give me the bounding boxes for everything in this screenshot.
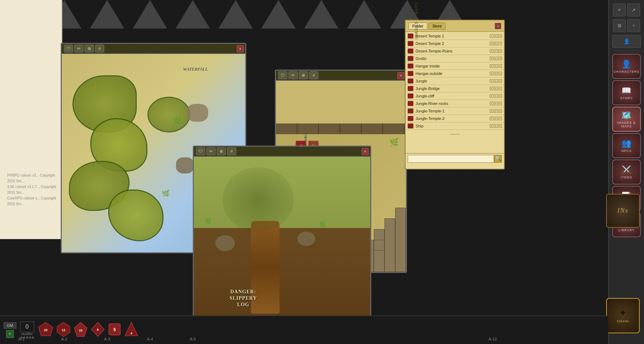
sidebar-btn-images-maps[interactable]: 🗺️ Images & Maps bbox=[612, 107, 641, 132]
map1-blob-5 bbox=[147, 97, 190, 132]
grid-label-a1: A-1 bbox=[0, 337, 43, 341]
item-icon bbox=[408, 86, 413, 91]
item-icon bbox=[408, 108, 413, 113]
map3-header: 🛡 ✏ ⊕ # × bbox=[194, 147, 370, 157]
images-search-input[interactable] bbox=[408, 155, 494, 163]
list-item[interactable]: Jungle-cliff EEE bbox=[406, 92, 504, 100]
item-icon bbox=[408, 64, 413, 69]
item-icon bbox=[408, 79, 413, 84]
grid-label-a5: A-5 bbox=[171, 337, 214, 341]
grid-label-a3: A-3 bbox=[86, 337, 129, 341]
item-badges: EEE bbox=[490, 117, 502, 120]
item-badges: E E E bbox=[490, 34, 502, 38]
sidebar-btn-items[interactable]: ⚔️ Items bbox=[612, 160, 641, 184]
die-d6[interactable]: 5 bbox=[108, 322, 121, 339]
map1-tool-pencil[interactable]: ✏ bbox=[74, 45, 84, 52]
list-item[interactable]: Grotto EEE bbox=[406, 55, 504, 62]
item-badges: EEE bbox=[490, 72, 502, 75]
map2-close-button[interactable]: × bbox=[397, 72, 404, 79]
map3-tool-shield[interactable]: 🛡 bbox=[196, 147, 205, 155]
list-item[interactable]: Desert Temple 2 EEE bbox=[406, 40, 504, 47]
grid-label-empty-6 bbox=[428, 337, 471, 341]
images-panel-vertical-label: Images & Maps bbox=[414, 1, 418, 39]
die-d4[interactable]: 4 bbox=[124, 322, 139, 339]
images-tab-store[interactable]: Store bbox=[428, 22, 446, 30]
map3-rock-2 bbox=[297, 232, 315, 246]
ins-label: INs bbox=[617, 207, 628, 214]
sidebar-btn-characters[interactable]: 👤 Characters bbox=[612, 54, 641, 79]
die-d10[interactable]: 10 bbox=[74, 322, 88, 339]
item-badges: EEE bbox=[490, 94, 502, 98]
sidebar-btn-story[interactable]: 📖 Story bbox=[612, 80, 641, 105]
item-icon bbox=[408, 56, 413, 61]
ins-panel[interactable]: INs bbox=[606, 194, 640, 228]
die-d8[interactable]: 8 bbox=[91, 322, 105, 339]
map1-tool-layers[interactable]: ⊕ bbox=[85, 45, 94, 52]
list-item[interactable]: Jungle-Bridge EEE bbox=[406, 85, 504, 92]
scroll-decoration: ~~~ bbox=[406, 130, 504, 139]
toolbar-user-icon[interactable]: 👤 bbox=[612, 35, 641, 48]
sidebar-top-toolbar-2: ⚙ + bbox=[613, 19, 640, 32]
map1-tool-grid[interactable]: # bbox=[95, 45, 104, 52]
grid-label-a12: A-12 bbox=[471, 337, 514, 341]
sidebar-btn-npcs[interactable]: 👥 NPCs bbox=[612, 133, 641, 158]
map2-tool-shield[interactable]: 🛡 bbox=[278, 71, 287, 79]
left-panel: PFRPG ruleset v3... Copyright 2015 Sm...… bbox=[0, 0, 62, 239]
map3-content: 🌿 🌿 DANGER:SLIPPERYLOG ⚜ bbox=[194, 157, 370, 337]
map3-tool-grid[interactable]: # bbox=[227, 147, 236, 155]
map3-tool-pencil[interactable]: ✏ bbox=[206, 147, 216, 155]
item-icon bbox=[408, 71, 413, 76]
map2-tool-layers[interactable]: ⊕ bbox=[299, 71, 308, 79]
map1-rocks-2 bbox=[176, 157, 194, 173]
map2-wall bbox=[276, 123, 406, 134]
item-badges: EEE bbox=[490, 57, 502, 60]
map2-tool-grid[interactable]: # bbox=[309, 71, 318, 79]
item-badges: EEE bbox=[490, 64, 502, 68]
map1-tool-shield[interactable]: 🛡 bbox=[64, 45, 73, 52]
item-icon bbox=[408, 116, 413, 121]
list-item[interactable]: Desert-Temple-Ruins EEE bbox=[406, 47, 504, 55]
list-item[interactable]: Jungle EEE bbox=[406, 77, 504, 85]
map1-close-button[interactable]: × bbox=[237, 45, 244, 52]
item-badges: EEE bbox=[490, 42, 502, 45]
map2-tool-pencil[interactable]: ✏ bbox=[288, 71, 298, 79]
map3-close-button[interactable]: × bbox=[362, 148, 369, 155]
list-item[interactable]: Jungle-Temple-2 EEE bbox=[406, 115, 504, 122]
characters-icon: 👤 bbox=[622, 60, 632, 69]
images-search-button[interactable]: 🔍 bbox=[494, 155, 502, 163]
map3-tool-layers[interactable]: ⊕ bbox=[217, 147, 226, 155]
die-d12[interactable]: 12 bbox=[56, 322, 71, 339]
spike-3 bbox=[86, 0, 129, 29]
grid-label-empty-2 bbox=[257, 337, 300, 341]
grid-label-a2: A-2 bbox=[43, 337, 86, 341]
spike-6 bbox=[214, 0, 257, 29]
gm-label: GM bbox=[4, 322, 16, 329]
toolbar-gear-icon[interactable]: ⚙ bbox=[613, 19, 626, 32]
toolbar-arrow-icon[interactable]: ↗ bbox=[627, 4, 640, 16]
list-item[interactable]: Jungle-Temple-1 EEE bbox=[406, 107, 504, 115]
map3-danger-label: DANGER:SLIPPERYLOG bbox=[230, 289, 257, 308]
tokens-panel[interactable]: ⚜ Tokens bbox=[606, 298, 640, 333]
spike-8 bbox=[300, 0, 343, 29]
list-item[interactable]: Hangar-outside EEE bbox=[406, 70, 504, 77]
list-item[interactable]: Desert Temple 1 E E E bbox=[406, 32, 504, 40]
story-icon: 📖 bbox=[622, 86, 632, 95]
modifier-box: 0 Modifier bbox=[20, 322, 34, 339]
toolbar-menu-icon[interactable]: ≡ bbox=[613, 4, 626, 16]
die-d20[interactable]: 20 bbox=[38, 322, 54, 339]
list-item[interactable]: Ship EEE bbox=[406, 122, 504, 130]
map-window-3: 🛡 ✏ ⊕ # × 🌿 🌿 DANGER:SLIPPERYLOG ⚜ bbox=[193, 146, 371, 338]
item-icon bbox=[408, 93, 413, 98]
list-item[interactable]: Jungle-River-rocks EEE bbox=[406, 100, 504, 107]
svg-text:8: 8 bbox=[97, 328, 99, 332]
images-panel-close[interactable]: × bbox=[495, 23, 501, 29]
list-item[interactable]: Hangar inside EEE bbox=[406, 62, 504, 70]
grid-label-empty-4 bbox=[343, 337, 386, 341]
grid-label-a4: A-4 bbox=[129, 337, 171, 341]
images-maps-panel: Images & Maps Folder Store × Desert Temp… bbox=[405, 20, 505, 170]
toolbar-plus-icon[interactable]: + bbox=[627, 19, 640, 32]
tokens-label: Tokens bbox=[617, 319, 629, 323]
map3-plant-1: 🌿 bbox=[205, 217, 212, 224]
sidebar-top-toolbar: ≡ ↗ bbox=[613, 4, 640, 16]
spike-5 bbox=[171, 0, 214, 29]
